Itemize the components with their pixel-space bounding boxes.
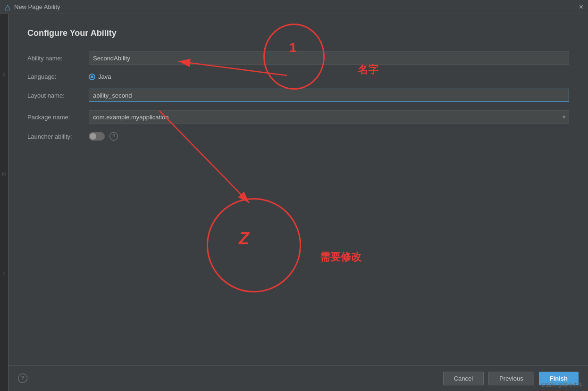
side-strip: p ic n [0,14,8,391]
radio-dot [89,74,95,80]
app-icon: △ [5,2,10,11]
toggle-container: ? [89,132,118,141]
ability-name-input[interactable] [89,51,569,65]
title-bar-title: New Page Ability [14,3,60,10]
side-letter-n: n [2,271,5,276]
dialog-body: Configure Your Ability Ability name: Lan… [8,14,588,391]
bottom-help-icon[interactable]: ? [18,374,27,383]
ability-name-label: Ability name: [27,55,89,62]
close-button[interactable]: × [579,3,583,11]
language-label: Language: [27,73,89,80]
title-bar: △ New Page Ability × [0,0,588,14]
bottom-bar: ? Cancel Previous Finish [8,365,588,391]
language-java-option[interactable]: Java [89,73,111,80]
package-name-select[interactable]: com.example.myapplication [89,110,569,124]
language-java-label: Java [98,73,111,80]
cancel-button[interactable]: Cancel [443,372,484,385]
layout-name-input[interactable] [89,89,569,102]
launcher-ability-help-icon[interactable]: ? [109,132,118,141]
watermark: CSDN @吉士先生 [541,382,583,389]
launcher-ability-label: Launcher ability: [27,133,89,140]
launcher-ability-row: Launcher ability: ? [27,132,569,141]
side-letter-ic: ic [2,171,6,176]
package-name-label: Package name: [27,114,89,121]
layout-name-label: Layout name: [27,92,89,99]
ability-name-row: Ability name: [27,51,569,65]
title-bar-left: △ New Page Ability [5,2,60,11]
package-name-wrapper: com.example.myapplication ▾ [89,110,569,124]
side-letter-p: p [2,71,5,76]
launcher-ability-toggle[interactable] [89,132,105,141]
dialog-heading: Configure Your Ability [27,28,569,38]
layout-name-row: Layout name: [27,89,569,102]
package-name-row: Package name: com.example.myapplication … [27,110,569,124]
previous-button[interactable]: Previous [488,372,534,385]
toggle-knob [90,133,96,140]
radio-dot-inner [91,75,93,78]
language-row: Language: Java [27,73,569,80]
